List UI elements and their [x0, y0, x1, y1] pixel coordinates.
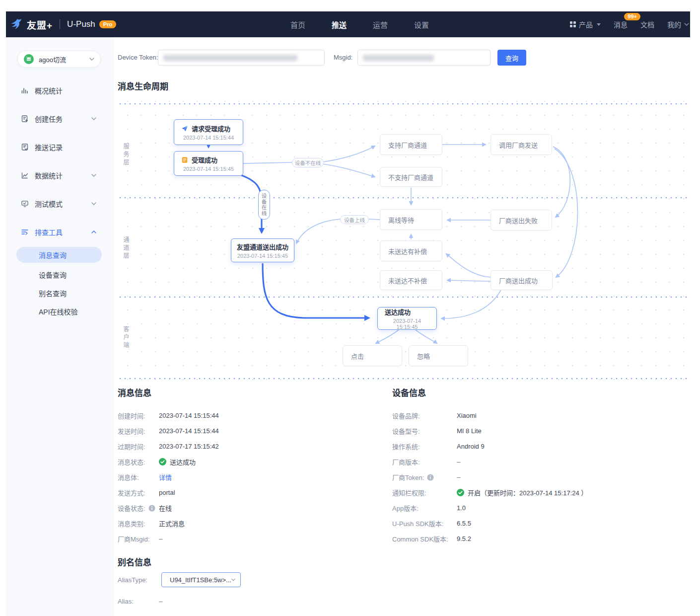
info-label: 消息体: [118, 472, 159, 482]
info-value: 送达成功 [159, 457, 196, 466]
info-value: – [457, 473, 460, 481]
messages-count-badge: 99+ [624, 13, 640, 20]
info-label: 消息类别: [118, 519, 159, 528]
flow-node-ignored: 忽略 [409, 345, 468, 366]
flow-node-vendor-send-failed: 厂商送出失败 [490, 210, 552, 231]
sidebar-item-test-mode[interactable]: 测试模式 [6, 189, 114, 218]
info-label: 创建时间: [118, 411, 159, 420]
info-value: – [159, 535, 162, 542]
document-icon [181, 156, 188, 163]
info-value: MI 8 Lite [457, 427, 482, 435]
device-info-row: 设备品牌:Xiaomi [392, 408, 655, 423]
edge-label-device-online: 设备在线 [258, 190, 270, 220]
message-info-row: 发送时间:2023-07-14 15:15:44 [118, 423, 381, 439]
detail-link[interactable]: 详情 [159, 472, 172, 482]
msgid-label: Msgid: [334, 54, 352, 61]
grid-icon [570, 21, 576, 27]
info-label: 厂商Msgid: [118, 534, 159, 543]
message-info-row: 发送方式:portal [118, 485, 381, 500]
flow-node-accept-success: 受理成功 2023-07-14 15:15:45 [174, 151, 243, 176]
device-token-input[interactable] [158, 50, 325, 66]
sidebar-item-overview-stats[interactable]: 概况统计 [6, 76, 114, 104]
sidebar-item-label: 推送记录 [35, 142, 114, 152]
nav-item-settings[interactable]: 设置 [414, 19, 429, 30]
alias-type-label: AliasType: [118, 576, 147, 584]
info-icon[interactable] [427, 474, 434, 481]
info-value: 2023-07-17 15:15:42 [159, 443, 219, 450]
info-label: App版本: [392, 503, 457, 513]
message-info-row: 设备状态:在线 [118, 500, 381, 516]
device-info-rows: 设备品牌:Xiaomi设备型号:MI 8 Lite操作系统:Android 9厂… [392, 408, 655, 546]
sidebar-subitem-api-online-check[interactable]: API在线校验 [6, 302, 114, 320]
flow-node-umeng-channel-send-success: 友盟通道送出成功 2023-07-14 15:15:45 [231, 238, 294, 262]
info-value: 6.5.5 [457, 520, 471, 527]
device-info-row: 通知栏权限:开启（更新时间：2023-07-14 15:17:24 ） [392, 485, 655, 500]
messages-label: 消息 [614, 19, 628, 29]
alias-label: Alias: [118, 598, 159, 605]
message-info-row: 消息类别:正式消息 [118, 516, 381, 531]
alias-type-select[interactable]: U94_ItIfT1SBe:5w>... [161, 572, 241, 587]
alias-info-title: 别名信息 [118, 555, 151, 568]
info-icon[interactable] [148, 505, 155, 512]
mine-label: 我的 [667, 19, 681, 29]
app-selector[interactable]: agoo切流 [17, 51, 101, 68]
sidebar-subitem-message-query[interactable]: 消息查询 [16, 247, 102, 263]
message-info-rows: 创建时间:2023-07-14 15:15:44发送时间:2023-07-14 … [118, 408, 381, 546]
sidebar-item-label: 创建任务 [35, 114, 85, 124]
nav-item-operation[interactable]: 运营 [373, 19, 388, 30]
device-info-row: 厂商Token:– [392, 469, 655, 485]
docs-menu[interactable]: 文档 [640, 19, 654, 29]
info-value-text: Android 9 [457, 443, 485, 450]
info-label: 操作系统: [392, 442, 457, 451]
info-value: 9.5.2 [457, 535, 471, 542]
monitor-icon [21, 200, 29, 208]
device-info-row: Common SDK版本:9.5.2 [392, 531, 655, 546]
info-value: 在线 [159, 503, 172, 513]
alias-type-row: AliasType: U94_ItIfT1SBe:5w>... [118, 576, 147, 584]
sidebar-item-troubleshoot-tools[interactable]: 排查工具 [6, 218, 114, 246]
device-info-row: U-Push SDK版本:6.5.5 [392, 516, 655, 531]
info-label: 厂商版本: [392, 457, 457, 466]
flow-node-offline-waiting: 离线等待 [380, 209, 442, 230]
info-value: portal [159, 489, 175, 496]
nav-item-home[interactable]: 首页 [290, 19, 305, 30]
pro-badge: Pro [99, 20, 116, 28]
brand[interactable]: 友盟+ U-Push Pro [6, 18, 116, 31]
flow-node-vendor-channel-unsupported: 不支持厂商通道 [380, 167, 442, 187]
info-value: 正式消息 [159, 519, 185, 528]
edge-label-device-came-online: 设备上线 [340, 215, 369, 224]
message-info-row: 消息状态:送达成功 [118, 454, 381, 469]
sidebar-subitem-device-query[interactable]: 设备查询 [6, 265, 114, 284]
sidebar-item-push-records[interactable]: 推送记录 [6, 133, 114, 161]
nav-item-push[interactable]: 推送 [332, 19, 347, 30]
sidebar-item-create-task[interactable]: 创建任务 [6, 104, 114, 133]
info-label: 发送方式: [118, 488, 159, 497]
info-value: Xiaomi [457, 412, 477, 419]
edge-label-device-offline: 设备不在线 [292, 158, 324, 167]
info-label: 发送时间: [118, 426, 159, 436]
info-value-text: – [457, 458, 460, 465]
products-menu[interactable]: 产品 [570, 19, 601, 29]
flow-node-request-accepted: 请求受理成功 2023-07-14 15:15:44 [174, 119, 243, 145]
message-info-row: 过期时间:2023-07-17 15:15:42 [118, 439, 381, 454]
flow-node-clicked: 点击 [343, 345, 402, 366]
bar-chart-icon [21, 86, 29, 94]
sidebar-item-data-stats[interactable]: 数据统计 [6, 161, 114, 189]
info-value: Android 9 [457, 443, 485, 450]
msgid-input[interactable] [357, 50, 490, 66]
mine-menu[interactable]: 我的 [667, 19, 689, 29]
query-button[interactable]: 查询 [497, 50, 526, 66]
sidebar-subitem-alias-query[interactable]: 别名查询 [6, 284, 114, 302]
device-token-label: Device Token: [118, 54, 158, 61]
chevron-down-icon [231, 578, 235, 581]
caret-down-icon [597, 23, 601, 26]
flow-node-delivered-success: 送达成功 2023-07-14 15:15:45 [377, 307, 437, 330]
sidebar-submenu: 消息查询 设备查询 别名查询 API在线校验 [6, 247, 114, 320]
alias-type-value: U94_ItIfT1SBe:5w>... [170, 576, 231, 584]
chevron-down-icon [91, 202, 96, 205]
messages-menu[interactable]: 消息 99+ [614, 19, 628, 29]
chevron-down-icon [684, 23, 689, 26]
umeng-logo-icon [10, 18, 23, 31]
info-value-text: 2023-07-17 15:15:42 [159, 443, 219, 450]
lifecycle-flowchart: 服务层 通道层 客户端 [118, 99, 689, 382]
